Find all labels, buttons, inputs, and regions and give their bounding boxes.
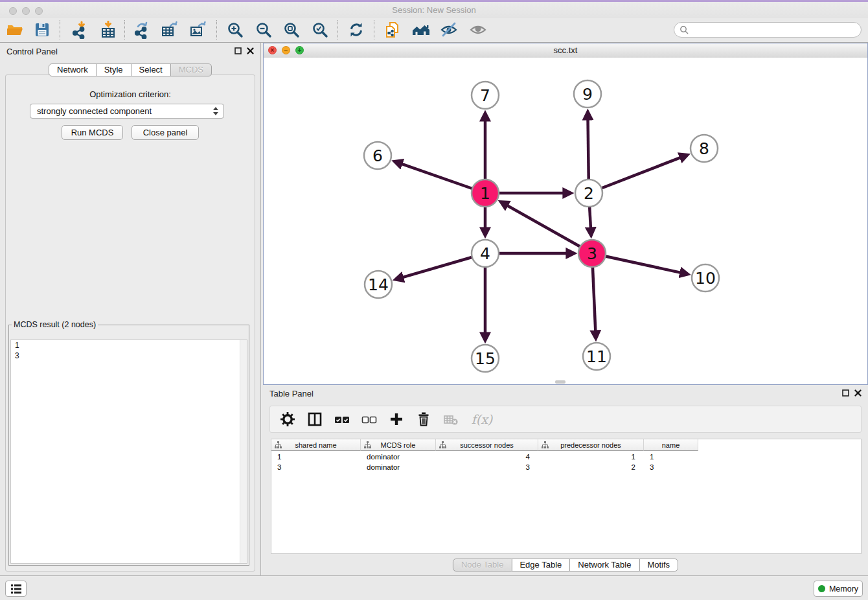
svg-text:3: 3 <box>587 244 597 263</box>
zoom-out-button[interactable] <box>254 20 273 40</box>
delete-column-button[interactable] <box>415 411 432 428</box>
close-panel-icon[interactable] <box>854 389 862 397</box>
memory-label: Memory <box>829 584 858 594</box>
node-6[interactable]: 6 <box>364 142 391 169</box>
node-10[interactable]: 10 <box>692 264 719 292</box>
zoom-selected-button[interactable] <box>310 20 330 40</box>
import-network-icon <box>71 21 89 39</box>
node-11[interactable]: 11 <box>583 343 610 370</box>
canvas-scroll-handle[interactable] <box>555 380 565 384</box>
task-history-button[interactable] <box>5 581 27 597</box>
add-column-button[interactable] <box>388 411 405 428</box>
float-panel-icon[interactable] <box>234 47 242 54</box>
column-header-predecessor-nodes[interactable]: predecessor nodes <box>538 439 644 451</box>
tab-mcds[interactable]: MCDS <box>170 63 212 76</box>
node-table[interactable]: shared nameMCDS rolesuccessor nodesprede… <box>271 439 862 554</box>
node-8[interactable]: 8 <box>691 135 718 162</box>
tab-select[interactable]: Select <box>131 63 171 76</box>
export-table-button[interactable] <box>160 20 179 40</box>
table-row[interactable]: 3dominator323 <box>271 462 861 472</box>
export-image-button[interactable] <box>188 20 208 40</box>
control-panel: Control Panel NetworkStyleSelectMCDS Opt… <box>0 43 261 575</box>
main-toolbar <box>0 18 868 43</box>
home-button[interactable] <box>411 20 431 40</box>
delete-table-button[interactable] <box>442 411 459 428</box>
mcds-panel: Optimization criterion: strongly connect… <box>5 75 255 571</box>
import-network-button[interactable] <box>70 20 89 40</box>
memory-button[interactable]: Memory <box>814 581 863 597</box>
settings-gear-button[interactable] <box>279 411 296 428</box>
column-header-shared-name[interactable]: shared name <box>271 439 361 451</box>
select-all-button[interactable] <box>334 411 350 428</box>
delete-table-icon <box>442 411 459 428</box>
run-mcds-button[interactable]: Run MCDS <box>62 125 123 140</box>
network-canvas-svg[interactable]: 7968124314101511 <box>264 58 867 384</box>
edge-3-1[interactable] <box>501 202 592 253</box>
import-table-button[interactable] <box>98 20 118 40</box>
duplicate-network-icon <box>383 21 402 39</box>
save-session-button[interactable] <box>32 20 52 40</box>
export-network-button[interactable] <box>132 20 152 40</box>
svg-text:2: 2 <box>584 184 594 203</box>
tab-style[interactable]: Style <box>96 63 131 76</box>
node-4[interactable]: 4 <box>472 240 499 267</box>
zoom-in-button[interactable] <box>225 20 245 40</box>
mcds-result-textarea[interactable]: 13 <box>10 340 247 564</box>
show-hidden-button[interactable] <box>468 20 488 40</box>
duplicate-network-button[interactable] <box>383 20 402 40</box>
tab-edge-table[interactable]: Edge Table <box>511 559 570 571</box>
toolbar-separator <box>60 20 60 40</box>
open-session-button[interactable] <box>5 20 25 40</box>
gear-icon <box>279 411 296 428</box>
node-9[interactable]: 9 <box>574 80 601 108</box>
refresh-button[interactable] <box>347 20 366 40</box>
column-header-successor-nodes[interactable]: successor nodes <box>436 439 538 451</box>
deselect-all-icon <box>361 411 378 428</box>
cell-mcds-role: dominator <box>361 463 436 471</box>
tab-network-table[interactable]: Network Table <box>569 559 639 571</box>
table-row[interactable]: 1dominator411 <box>271 452 861 462</box>
table-header-row: shared nameMCDS rolesuccessor nodesprede… <box>271 439 861 451</box>
edge-3-10[interactable] <box>592 253 688 274</box>
result-line: 1 <box>11 340 247 351</box>
tree-icon <box>275 441 282 448</box>
network-window-titlebar[interactable]: × − + scc.txt <box>264 43 867 58</box>
node-3[interactable]: 3 <box>578 240 606 267</box>
svg-text:8: 8 <box>699 139 709 158</box>
hide-selected-button[interactable] <box>439 20 459 40</box>
mcds-result-lines: 13 <box>11 340 247 361</box>
column-header-name[interactable]: name <box>644 439 698 451</box>
tab-node-table[interactable]: Node Table <box>453 559 512 571</box>
memory-status-icon <box>818 585 825 592</box>
criterion-select[interactable]: strongly connected component <box>30 104 224 119</box>
window-title: Session: New Session <box>0 5 868 15</box>
close-panel-button[interactable]: Close panel <box>131 125 199 140</box>
column-visibility-button[interactable] <box>306 411 323 428</box>
float-panel-icon[interactable] <box>842 389 849 397</box>
status-bar: Memory <box>0 575 868 600</box>
export-table-icon <box>161 21 179 39</box>
svg-text:9: 9 <box>582 85 593 104</box>
node-2[interactable]: 2 <box>575 179 602 207</box>
close-panel-icon[interactable] <box>247 47 254 54</box>
tab-network[interactable]: Network <box>49 63 97 76</box>
node-15[interactable]: 15 <box>472 345 499 372</box>
node-1[interactable]: 1 <box>472 179 499 207</box>
cell-shared-name: 1 <box>271 453 361 461</box>
toolbar-separator <box>337 20 338 40</box>
network-window-title: scc.txt <box>264 45 867 55</box>
function-builder-button[interactable]: f(x) <box>470 411 494 428</box>
zoom-selected-icon <box>311 21 329 39</box>
mcds-result-group: MCDS result (2 nodes) 13 <box>8 320 249 566</box>
node-7[interactable]: 7 <box>472 82 499 109</box>
result-scrollbar[interactable] <box>240 340 247 563</box>
search-box[interactable] <box>674 22 862 38</box>
tab-motifs[interactable]: Motifs <box>639 559 678 571</box>
edge-2-8[interactable] <box>589 155 687 193</box>
search-input[interactable] <box>691 25 856 36</box>
zoom-fit-button[interactable] <box>282 20 301 40</box>
deselect-all-button[interactable] <box>361 411 378 428</box>
column-header-mcds-role[interactable]: MCDS role <box>361 439 436 451</box>
node-14[interactable]: 14 <box>365 271 392 298</box>
table-panel-title: Table Panel <box>269 389 314 398</box>
